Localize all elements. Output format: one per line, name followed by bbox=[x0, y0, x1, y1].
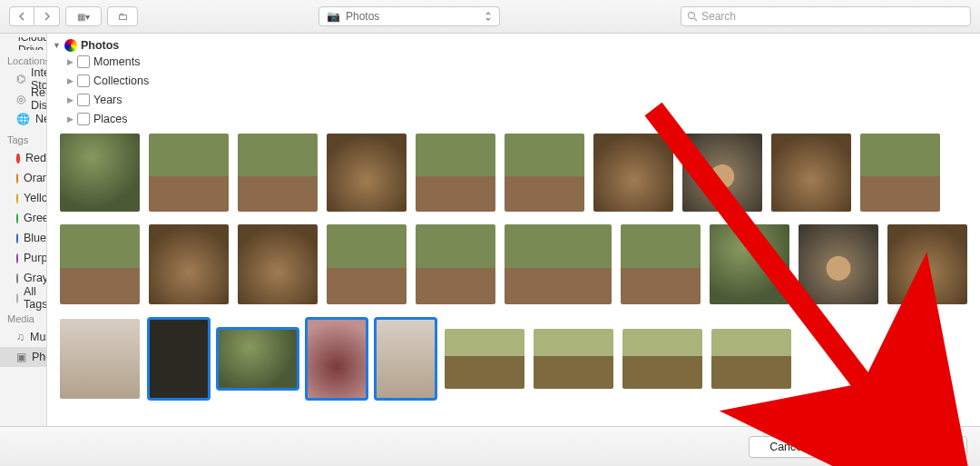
photo-thumbnail[interactable] bbox=[799, 224, 878, 304]
sidebar-item[interactable]: Green bbox=[0, 208, 46, 228]
sidebar-section-label: Tags bbox=[0, 129, 46, 148]
disclosure-down-icon: ▼ bbox=[53, 41, 61, 50]
sidebar-item[interactable]: Blue bbox=[0, 228, 46, 248]
disclosure-right-icon: ▶ bbox=[67, 114, 74, 124]
photo-thumbnail[interactable] bbox=[887, 224, 967, 304]
thumbnail-row bbox=[60, 134, 967, 212]
chevron-left-icon bbox=[18, 12, 25, 21]
sidebar: iCloud Drive Locations⌬Internal Storag…◎… bbox=[0, 34, 47, 426]
cancel-button[interactable]: Cancel bbox=[749, 436, 826, 458]
tree-node[interactable]: ▶Years bbox=[53, 90, 980, 109]
photo-thumbnail[interactable] bbox=[860, 134, 940, 212]
search-field[interactable]: Search bbox=[681, 6, 971, 26]
thumbnail-row bbox=[60, 317, 967, 401]
sidebar-item-label: Green bbox=[24, 212, 47, 224]
music-icon: ♫ bbox=[16, 330, 24, 344]
sidebar-item-label: Network bbox=[35, 113, 47, 125]
sidebar-item-label: Gray bbox=[24, 272, 47, 284]
tag-dot-icon bbox=[16, 193, 18, 203]
photo-thumbnail[interactable] bbox=[327, 224, 407, 304]
collection-icon bbox=[77, 74, 90, 87]
tag-dot-icon bbox=[16, 213, 18, 223]
photo-thumbnail[interactable] bbox=[149, 319, 209, 399]
photo-thumbnail[interactable] bbox=[505, 224, 612, 304]
sidebar-item-label: Purple bbox=[24, 252, 47, 264]
location-dropdown[interactable]: 📷 Photos bbox=[318, 6, 500, 26]
tree-root-photos[interactable]: ▼ Photos bbox=[53, 39, 980, 52]
tree-root-label: Photos bbox=[81, 39, 119, 52]
tree-node[interactable]: ▶Collections bbox=[53, 71, 980, 90]
camera-icon: 📷 bbox=[327, 10, 340, 23]
photo-thumbnail[interactable] bbox=[711, 329, 791, 389]
view-mode-button[interactable]: ▦▾ bbox=[65, 6, 102, 26]
sidebar-item[interactable]: Red bbox=[0, 148, 46, 168]
sidebar-item-label: Red bbox=[25, 152, 46, 164]
tag-dot-icon bbox=[16, 273, 18, 283]
sidebar-item[interactable]: 🌐Network bbox=[0, 109, 46, 129]
thumbnail-row bbox=[60, 223, 967, 306]
folder-icon: 🗀 bbox=[118, 11, 128, 22]
photo-thumbnail[interactable] bbox=[149, 224, 229, 304]
photo-thumbnail[interactable] bbox=[416, 224, 495, 304]
disclosure-right-icon: ▶ bbox=[67, 95, 74, 104]
main-content: ▼ Photos ▶Moments▶Collections▶Years▶Plac… bbox=[47, 34, 980, 426]
globe-icon: 🌐 bbox=[16, 112, 30, 126]
toolbar: ▦▾ 🗀 📷 Photos Search bbox=[0, 0, 980, 34]
sidebar-item[interactable]: ♫Music bbox=[0, 327, 46, 347]
sidebar-item[interactable]: Orange bbox=[0, 168, 46, 188]
sidebar-item[interactable]: ◎Remote Disc bbox=[0, 89, 46, 109]
disclosure-right-icon: ▶ bbox=[67, 76, 74, 85]
svg-point-0 bbox=[689, 13, 695, 19]
sidebar-item-label: All Tags… bbox=[24, 285, 47, 311]
tag-dot-icon bbox=[16, 253, 18, 263]
location-dropdown-label: Photos bbox=[346, 10, 479, 23]
tree-node[interactable]: ▶Moments bbox=[53, 52, 980, 71]
disclosure-right-icon: ▶ bbox=[67, 57, 74, 66]
photo-thumbnail[interactable] bbox=[218, 329, 298, 389]
sidebar-item[interactable]: Purple bbox=[0, 248, 46, 268]
tag-dot-icon bbox=[16, 174, 18, 183]
photo-thumbnail[interactable] bbox=[60, 224, 140, 304]
sidebar-item-label: Photos bbox=[32, 351, 47, 363]
collection-icon bbox=[77, 113, 90, 125]
photo-thumbnail[interactable] bbox=[238, 224, 318, 304]
back-button[interactable] bbox=[9, 6, 34, 26]
tree-node[interactable]: ▶Places bbox=[53, 109, 980, 128]
photo-thumbnail[interactable] bbox=[622, 329, 702, 389]
photo-thumbnail[interactable] bbox=[593, 134, 673, 212]
collection-icon bbox=[77, 55, 90, 68]
review-for-import-button[interactable]: Review for Import bbox=[837, 436, 967, 458]
photo-thumbnail[interactable] bbox=[771, 134, 851, 212]
sidebar-item-cut[interactable]: iCloud Drive bbox=[0, 37, 46, 50]
sidebar-item[interactable]: All Tags… bbox=[0, 288, 46, 308]
photo-thumbnail[interactable] bbox=[307, 319, 367, 399]
photos-app-icon bbox=[64, 39, 77, 52]
search-placeholder: Search bbox=[701, 10, 736, 23]
sidebar-item-label: Remote Disc bbox=[31, 86, 47, 112]
thumbnail-grid[interactable] bbox=[47, 132, 980, 426]
photo-thumbnail[interactable] bbox=[534, 329, 613, 389]
tree-node-label: Places bbox=[93, 113, 128, 125]
tag-dot-icon bbox=[16, 233, 18, 243]
photo-thumbnail[interactable] bbox=[327, 134, 407, 212]
photo-thumbnail[interactable] bbox=[238, 134, 318, 212]
photo-thumbnail[interactable] bbox=[505, 134, 584, 212]
tree-node-label: Moments bbox=[93, 55, 140, 68]
photo-thumbnail[interactable] bbox=[710, 224, 789, 304]
photo-thumbnail[interactable] bbox=[416, 134, 495, 212]
forward-button[interactable] bbox=[34, 6, 60, 26]
photo-thumbnail[interactable] bbox=[682, 134, 762, 212]
sidebar-item[interactable]: Yellow bbox=[0, 188, 46, 208]
tag-dot-icon bbox=[16, 293, 18, 303]
photo-thumbnail[interactable] bbox=[60, 319, 140, 399]
show-items-button[interactable]: 🗀 bbox=[107, 6, 138, 26]
sidebar-item[interactable]: ▣Photos bbox=[0, 347, 46, 367]
photo-thumbnail[interactable] bbox=[445, 329, 524, 389]
sidebar-item-label: Music bbox=[30, 331, 47, 343]
photo-thumbnail[interactable] bbox=[149, 134, 229, 212]
photo-thumbnail[interactable] bbox=[621, 224, 701, 304]
grid-view-icon: ▦▾ bbox=[77, 12, 90, 22]
nav-group bbox=[9, 6, 60, 26]
photo-thumbnail[interactable] bbox=[376, 319, 436, 399]
photo-thumbnail[interactable] bbox=[60, 134, 140, 212]
